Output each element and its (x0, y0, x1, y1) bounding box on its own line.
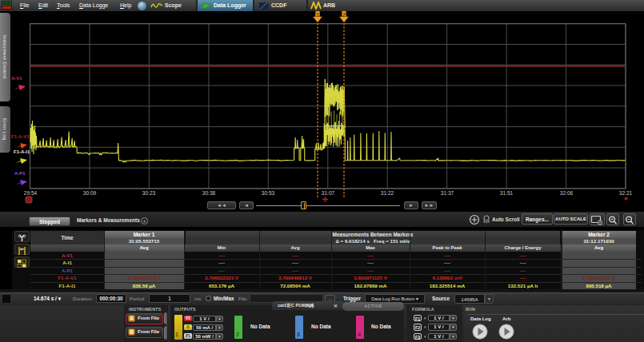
svg-text:1: 1 (316, 11, 320, 18)
svg-text:2: 2 (342, 11, 346, 18)
